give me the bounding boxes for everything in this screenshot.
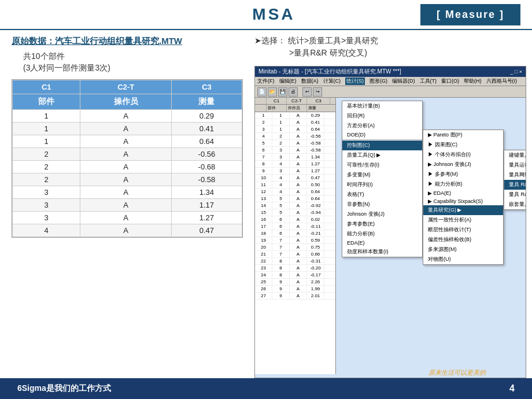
minitab-cell: 5: [272, 195, 290, 202]
menu-capability[interactable]: 能力分析(B): [342, 229, 422, 239]
submenu-sample-plan1[interactable]: 断层性抽样收计(T): [423, 225, 503, 235]
menu-nonparam[interactable]: 非参数(N): [342, 200, 422, 209]
table-cell: 0.47: [171, 224, 242, 237]
menu-doe[interactable]: DOE(D): [342, 131, 422, 139]
table-cell: A: [80, 110, 171, 123]
table-cell: A: [80, 199, 171, 212]
menu-ref[interactable]: 参考参数(E): [342, 219, 422, 229]
minitab-cell: 0.64: [307, 195, 324, 202]
minitab-cell: -0.94: [307, 209, 324, 216]
minitab-data-row: 124A0.64: [255, 189, 335, 195]
minitab-cell: 4: [272, 175, 290, 181]
menu-johnson[interactable]: Johnson 变换(J): [342, 209, 422, 219]
menu-control-chart[interactable]: 控制图(C): [342, 141, 422, 150]
gauge-create-rr[interactable]: 建键量具 R&R 研究工作室(C): [504, 150, 526, 160]
table-cell: 0.29: [171, 110, 242, 123]
submenu-gauge-study[interactable]: 量具研究(G) ▶: [423, 205, 503, 215]
minitab-cell: 0.47: [307, 175, 324, 181]
menu-help[interactable]: 帮助(H): [464, 77, 482, 85]
toolbar-btn-save[interactable]: 💾: [278, 87, 287, 97]
data-title: 原始数据：汽车工业行动组织量具研究.MTW: [12, 36, 243, 47]
submenu-eda2[interactable]: ▶ EDA(E): [423, 189, 503, 197]
menu-data[interactable]: 数据(A): [301, 77, 319, 85]
minitab-cell: 0.02: [307, 216, 324, 223]
submenu-cap2[interactable]: ▶ 能力分析(B): [423, 179, 503, 189]
submenu-fishbone[interactable]: ▶ 因果图(C): [423, 140, 503, 150]
col-header-c2t: C2-T: [80, 80, 171, 94]
menu-anova[interactable]: 方差分析(A): [342, 121, 422, 131]
submenu-attr-agree[interactable]: 属性一致性分析(A): [423, 215, 503, 225]
minitab-cell: A: [290, 195, 307, 202]
minitab-cell: A: [290, 119, 307, 125]
menu-window[interactable]: 窗口(O): [441, 77, 459, 85]
minitab-data-row: 42A-0.56: [255, 133, 335, 140]
minitab-cell: -0.58: [307, 147, 324, 153]
minitab-cell: 8: [272, 265, 290, 271]
menu-graph[interactable]: 图形(G): [370, 77, 387, 85]
menu-basic-stat[interactable]: 基本统计量(B): [342, 101, 422, 111]
menu-table[interactable]: 表格(T): [342, 190, 422, 200]
gauge-nested-analysis[interactable]: 嵌套量具研究(分析法)(I): [504, 200, 526, 209]
menu-timeseries[interactable]: 时间序列(I): [342, 180, 422, 190]
menu-stat[interactable]: 统计(S): [345, 77, 365, 85]
menu-edit[interactable]: 编辑(E): [279, 77, 297, 85]
menu-tools[interactable]: 工具(T): [420, 77, 437, 85]
minitab-cell: 1.27: [307, 161, 324, 167]
menu-calc[interactable]: 计算(C): [323, 77, 341, 85]
minitab-cell: A: [290, 133, 307, 139]
footer: 6Sigma是我们的工作方式 4: [0, 378, 532, 399]
gauge-run-chart[interactable]: 量具运行图(E): [504, 160, 526, 170]
minitab-data-row: 21A0.41: [255, 119, 335, 126]
menu-sixsigma[interactable]: 六西格马号(I): [486, 77, 518, 85]
submenu-indiv-dist[interactable]: ▶ 个体分布拟合(I): [423, 150, 503, 160]
footer-label: 6Sigma是我们的工作方式: [17, 383, 111, 394]
minitab-cell: A: [290, 265, 307, 271]
gauge-rr-nested[interactable]: 量具 R&R 研究(嵌套)(T): [504, 190, 526, 200]
submenu-multi-source[interactable]: 多来源图(M): [423, 245, 503, 254]
menu-file[interactable]: 文件(F): [257, 77, 275, 85]
table-cell: 4: [13, 224, 80, 237]
minitab-cell: 12: [255, 189, 272, 195]
menu-eda[interactable]: EDA(E): [342, 239, 422, 247]
menu-quality-tools[interactable]: 质量工具(Q) ▶: [342, 150, 422, 160]
menu-multivar[interactable]: 多变量(M): [342, 170, 422, 180]
gauge-study-submenu: 建键量具 R&R 研究工作室(C) 量具运行图(E) 量具网络图研究(K) 量具…: [504, 150, 526, 210]
toolbar-btn-print[interactable]: 🖨: [289, 87, 298, 97]
stat-dropdown: 基本统计量(B) 回归(R) 方差分析(A) DOE(D) 控制图(C) 质量工…: [342, 101, 423, 257]
minitab-cell: 1.99: [307, 286, 324, 292]
submenu-object[interactable]: 对物图(U): [423, 254, 503, 264]
minitab-cell: 3: [255, 126, 272, 132]
minitab-data-row: 155A-0.94: [255, 209, 335, 216]
header-msa-section: MSA: [127, 5, 420, 24]
col-c3: C3: [307, 98, 330, 104]
submenu-sample-plan2[interactable]: 偏差性抽样检收(B): [423, 235, 503, 245]
menu-sample-size[interactable]: 劲度和样本数量(I): [342, 247, 422, 257]
submenu-johnson2[interactable]: ▶ Johnson 变换(J): [423, 160, 503, 169]
submenu-pareto[interactable]: ▶ Pareto 图(P): [423, 130, 503, 140]
toolbar-btn-redo[interactable]: ↪: [313, 87, 322, 97]
col-header-c1: C1: [13, 80, 80, 94]
submenu-multi-ref[interactable]: ▶ 多参考(M): [423, 169, 503, 179]
minitab-cell: -0.11: [307, 223, 324, 230]
subheader-operator: 操作员: [80, 94, 171, 110]
toolbar-btn-new[interactable]: 📄: [257, 87, 267, 97]
menu-editor[interactable]: 编辑器(D): [392, 77, 415, 85]
minitab-cell: 7: [255, 154, 272, 160]
submenu-sixpack[interactable]: ▶ Capability Sixpack(S): [423, 197, 503, 205]
minitab-col-header: C1 C2-T C3: [255, 98, 335, 105]
gauge-rr-cross[interactable]: 量具 R&R 研究(交叉)(B): [504, 180, 526, 190]
table-cell: 1: [13, 110, 80, 123]
minitab-cell: 0.66: [307, 251, 324, 257]
minitab-cell: A: [290, 112, 307, 119]
table-cell: -0.58: [171, 173, 242, 186]
menu-reliability[interactable]: 可靠性/生存(I): [342, 160, 422, 170]
toolbar-btn-undo[interactable]: ↩: [302, 87, 312, 97]
minitab-data-row: 52A-0.58: [255, 140, 335, 147]
toolbar-btn-open[interactable]: 📂: [268, 87, 277, 97]
table-cell: 2: [13, 161, 80, 173]
gauge-net-study[interactable]: 量具网络图研究(K): [504, 170, 526, 180]
minitab-cell: 9: [255, 168, 272, 174]
table-cell: 2: [13, 173, 80, 186]
minitab-cell: A: [290, 161, 307, 167]
menu-regression[interactable]: 回归(R): [342, 111, 422, 121]
